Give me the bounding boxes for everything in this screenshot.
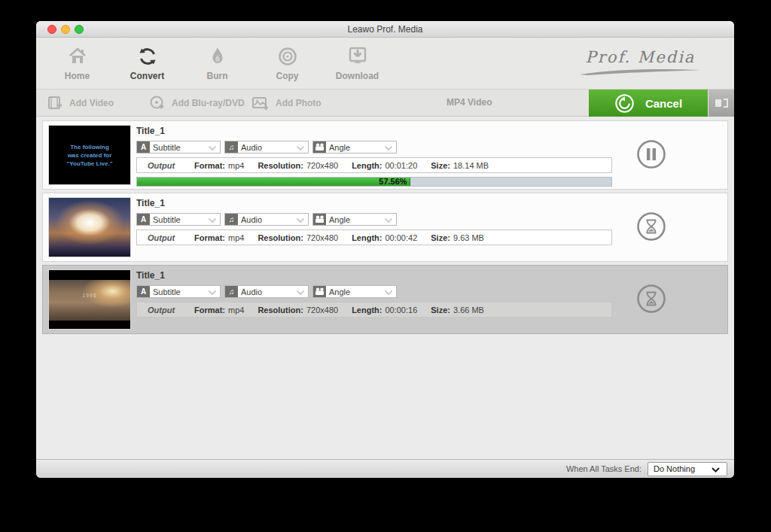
panel-toggle-button[interactable]: [709, 90, 734, 117]
nav-copy-label: Copy: [252, 71, 322, 81]
tasks-end-label: When All Tasks End:: [566, 464, 641, 473]
audio-icon: ♫: [225, 141, 238, 153]
nav-convert-label: Convert: [112, 71, 182, 81]
task-row-2[interactable]: Title_1 A Subtitle ♫ Audio Angle Output …: [42, 193, 728, 262]
task2-thumbnail-image: [49, 198, 130, 257]
download-icon: [322, 45, 392, 69]
chevron-down-icon: [712, 462, 727, 476]
format-label: Format:: [194, 233, 225, 242]
task2-angle-value: Angle: [326, 215, 384, 224]
task1-subtitle-select[interactable]: A Subtitle: [136, 141, 221, 154]
task1-angle-select[interactable]: Angle: [312, 141, 397, 154]
task3-subtitle-select[interactable]: A Subtitle: [136, 285, 221, 298]
format-label: Format:: [194, 306, 225, 315]
task3-angle-select[interactable]: Angle: [312, 285, 397, 298]
subtitle-icon: A: [137, 141, 150, 153]
cancel-undo-icon: [614, 93, 635, 114]
nav-copy[interactable]: Copy: [252, 38, 322, 89]
audio-icon: ♫: [225, 214, 238, 225]
add-bluray-label: Add Blu-ray/DVD: [172, 98, 245, 108]
nav-download[interactable]: Download: [322, 38, 392, 89]
window-title: Leawo Prof. Media: [36, 24, 734, 35]
nav-burn[interactable]: Burn: [182, 38, 252, 89]
add-video-button[interactable]: Add Video: [47, 90, 114, 116]
nav-home-label: Home: [42, 71, 112, 81]
cancel-button-label: Cancel: [645, 97, 682, 110]
resolution-label: Resolution:: [258, 306, 303, 315]
nav-home[interactable]: Home: [42, 38, 112, 89]
subtitle-icon: A: [137, 286, 150, 297]
task1-title: Title_1: [136, 126, 165, 136]
subtitle-icon: A: [137, 214, 150, 225]
task2-audio-select[interactable]: ♫ Audio: [224, 213, 309, 226]
task1-thumbnail: The following was created for "YouTube L…: [48, 125, 131, 185]
output-format-label: MP4 Video: [446, 97, 492, 108]
nav-download-label: Download: [322, 71, 392, 81]
status-bar: When All Tasks End: Do Nothing: [36, 459, 734, 478]
chevron-down-icon: [208, 213, 220, 226]
task1-subtitle-value: Subtitle: [150, 143, 208, 152]
task3-length-value: 00:00:16: [385, 306, 417, 315]
format-label: Format:: [194, 161, 225, 170]
output-label: Output: [148, 161, 175, 170]
add-photo-icon: [251, 95, 270, 111]
panel-toggle-icon: [715, 97, 728, 109]
task2-resolution-value: 720x480: [306, 233, 338, 242]
task2-length-value: 00:00:42: [385, 233, 417, 242]
task3-resolution-value: 720x480: [306, 306, 338, 315]
pause-icon: [636, 139, 666, 169]
angle-camera-icon: [313, 214, 326, 225]
task1-progress-fill: 57.56%: [137, 178, 410, 186]
task3-format-value: mp4: [228, 306, 244, 315]
chevron-down-icon: [384, 285, 396, 299]
resolution-label: Resolution:: [258, 233, 303, 242]
size-label: Size:: [431, 306, 450, 315]
size-label: Size:: [431, 161, 450, 170]
title-bar: Leawo Prof. Media: [36, 21, 734, 38]
add-video-icon: [47, 95, 63, 111]
task2-output-info: Output Format:mp4 Resolution:720x480 Len…: [136, 230, 612, 245]
nav-burn-label: Burn: [182, 71, 252, 81]
task1-audio-select[interactable]: ♫ Audio: [224, 141, 309, 154]
audio-icon: ♫: [225, 286, 238, 297]
brand-logo-text: Prof. Media: [586, 48, 696, 66]
task1-size-value: 18.14 MB: [453, 161, 489, 170]
task3-audio-select[interactable]: ♫ Audio: [224, 285, 309, 298]
add-bluray-button[interactable]: Add Blu-ray/DVD: [149, 90, 245, 116]
nav-convert[interactable]: Convert: [112, 38, 182, 89]
burn-icon: [182, 45, 252, 69]
task2-size-value: 9.63 MB: [453, 233, 484, 242]
angle-camera-icon: [313, 141, 326, 153]
task3-size-value: 3.66 MB: [453, 306, 484, 315]
task1-pause-button[interactable]: [636, 139, 666, 169]
task2-audio-value: Audio: [238, 215, 296, 224]
task3-thumbnail: 1996: [48, 269, 131, 330]
task3-angle-value: Angle: [326, 287, 384, 296]
chevron-down-icon: [208, 141, 220, 154]
task3-thumbnail-image: [49, 280, 130, 321]
copy-icon: [252, 45, 322, 69]
task2-subtitle-select[interactable]: A Subtitle: [136, 213, 221, 226]
tasks-end-select[interactable]: Do Nothing: [648, 462, 727, 476]
task1-thumbnail-caption: The following was created for "YouTube L…: [49, 126, 130, 184]
task2-waiting-button[interactable]: [636, 211, 666, 242]
task2-format-value: mp4: [228, 233, 244, 242]
task1-format-value: mp4: [228, 161, 244, 170]
chevron-down-icon: [296, 141, 308, 154]
task-row-1[interactable]: The following was created for "YouTube L…: [42, 120, 728, 190]
action-bar: Add Video Add Blu-ray/DVD Add Photo MP4 …: [36, 89, 734, 117]
output-label: Output: [148, 233, 175, 242]
logo-swoosh-icon: [578, 67, 702, 76]
task2-angle-select[interactable]: Angle: [312, 213, 397, 226]
task3-thumbnail-caption: 1996: [49, 293, 130, 298]
task3-subtitle-value: Subtitle: [150, 287, 208, 296]
task3-waiting-button[interactable]: [636, 284, 666, 314]
task2-thumbnail: [48, 197, 131, 257]
cancel-button[interactable]: Cancel: [589, 90, 708, 117]
chevron-down-icon: [384, 213, 396, 226]
resolution-label: Resolution:: [258, 161, 303, 170]
add-photo-button[interactable]: Add Photo: [251, 90, 322, 116]
task-row-3[interactable]: 1996 Title_1 A Subtitle ♫ Audio Angle Ou…: [42, 265, 728, 334]
task3-audio-value: Audio: [238, 287, 296, 296]
chevron-down-icon: [208, 285, 220, 299]
